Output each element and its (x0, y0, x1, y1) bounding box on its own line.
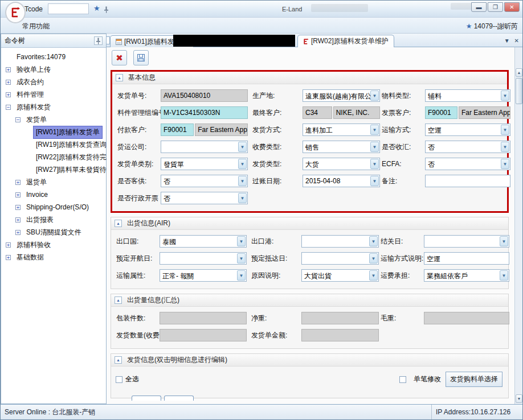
tree-item-label[interactable]: 出货报表 (23, 213, 56, 227)
select-all-checkbox[interactable] (116, 376, 122, 383)
dropdown-chevron-icon[interactable]: ▼ (237, 236, 246, 246)
field-box[interactable]: F90001 (425, 106, 457, 119)
field-box[interactable]: 業務組依客戶▼ (424, 269, 509, 282)
field-box[interactable]: 進料加工▼ (303, 123, 380, 136)
tree-item-label[interactable]: 成衣合约 (14, 76, 47, 89)
tree-item-label[interactable]: Invoice (23, 189, 51, 200)
tab-close-icon[interactable]: ✕ (514, 38, 519, 44)
dropdown-chevron-icon[interactable]: ▼ (370, 142, 379, 152)
tree-item[interactable]: +SBU清關提貨文件 (1, 226, 106, 238)
expand-plus-icon[interactable]: + (15, 230, 21, 235)
dropdown-chevron-icon[interactable]: ▼ (369, 253, 378, 263)
pin-icon[interactable] (104, 5, 109, 15)
field-box[interactable]: 2015-04-08▼ (303, 175, 380, 187)
field-box[interactable]: 大货▼ (303, 158, 380, 170)
pick-purchase-order-button[interactable]: 发货购料单选择 (446, 372, 502, 387)
tree-item-label[interactable]: [RW19]原辅料发货查询 (33, 138, 109, 151)
scroll-down-icon[interactable]: ▼ (516, 394, 522, 403)
dropdown-chevron-icon[interactable]: ▼ (370, 159, 379, 169)
tree-item-label[interactable]: Shipping-Order(S/O) (23, 201, 92, 213)
tree-item-label[interactable]: 原辅料发货 (14, 101, 54, 114)
field-box[interactable]: 销售▼ (303, 141, 380, 153)
field-box[interactable]: 否▼ (161, 175, 248, 187)
dropdown-chevron-icon[interactable]: ▼ (370, 125, 379, 135)
expand-plus-icon[interactable]: + (6, 80, 11, 85)
tree-item[interactable]: −原辅料发货 (1, 101, 106, 113)
dropdown-chevron-icon[interactable]: ▼ (370, 90, 379, 101)
field-box[interactable]: ▼ (160, 252, 247, 265)
collapse-icon[interactable]: ▲ (115, 220, 122, 227)
tree-item[interactable]: [RW22]原辅料发货待完结 (1, 151, 106, 163)
tree-item[interactable]: Favorites:14079 (1, 51, 106, 63)
tcode-input[interactable] (48, 3, 89, 14)
collapse-icon[interactable]: ▲ (115, 297, 122, 304)
dropdown-chevron-icon[interactable]: ▼ (237, 253, 246, 263)
expand-plus-icon[interactable]: + (15, 180, 21, 185)
expand-plus-icon[interactable]: + (6, 242, 11, 248)
close-button[interactable]: ✕ (504, 2, 520, 12)
dropdown-chevron-icon[interactable]: ▼ (501, 125, 509, 135)
tab-menu-chevron-icon[interactable]: ▼ (504, 38, 510, 44)
field-box[interactable]: 發貨單▼ (161, 158, 248, 170)
expand-plus-icon[interactable]: + (6, 92, 11, 97)
field-box[interactable]: 大貨出貨▼ (301, 269, 379, 282)
tree-item[interactable]: [RW19]原辅料发货查询 (1, 138, 106, 151)
collapse-icon[interactable]: ▲ (115, 356, 122, 364)
tree-item[interactable]: +Invoice (1, 188, 106, 201)
tree-item-label[interactable]: Favorites:14079 (14, 51, 68, 63)
tree-item[interactable]: +出货报表 (1, 213, 106, 226)
field-box[interactable]: 否▼ (425, 158, 510, 170)
vertical-scrollbar[interactable]: ▲ ▼ (514, 47, 522, 404)
tree-item[interactable]: +基础数据 (1, 251, 106, 263)
tree-item-label[interactable]: [RW22]原辅料发货待完结 (33, 151, 116, 164)
dropdown-chevron-icon[interactable]: ▼ (238, 193, 247, 203)
field-box[interactable]: ▼ (301, 252, 379, 265)
autohide-pin-icon[interactable] (94, 36, 103, 45)
field-box[interactable]: ▼ (161, 141, 248, 153)
tree-item[interactable]: +Shipping-Order(S/O) (1, 201, 106, 213)
dropdown-chevron-icon[interactable]: ▼ (237, 270, 246, 281)
tree-item[interactable]: +成衣合约 (1, 76, 106, 88)
single-edit-checkbox[interactable] (399, 376, 406, 383)
field-box[interactable]: M-V1C34150303N (161, 106, 248, 119)
field-box[interactable]: 辅料▼ (425, 89, 510, 102)
expand-plus-icon[interactable]: + (6, 255, 11, 260)
document-tab[interactable]: [RW02]原辅料发货单维护 (297, 35, 394, 47)
dropdown-chevron-icon[interactable]: ▼ (238, 176, 247, 186)
save-button[interactable] (133, 50, 149, 65)
tree-item[interactable]: +退货单 (1, 176, 106, 188)
dropdown-chevron-icon[interactable]: ▼ (501, 159, 509, 169)
field-box[interactable]: 正常- 報關▼ (160, 269, 247, 282)
dropdown-chevron-icon[interactable]: ▼ (500, 236, 508, 246)
expand-plus-icon[interactable]: + (6, 67, 11, 72)
dropdown-chevron-icon[interactable]: ▼ (238, 142, 247, 152)
field-box[interactable] (425, 175, 510, 187)
maximize-button[interactable]: ❐ (488, 2, 503, 12)
dropdown-chevron-icon[interactable]: ▼ (501, 90, 509, 101)
tree-item[interactable]: +料件管理 (1, 88, 106, 101)
tree-item-label[interactable]: 原辅料验收 (14, 238, 54, 252)
tree-item[interactable]: [RW27]購料單未發貨待完结 (1, 163, 106, 176)
tree-item[interactable]: +原辅料验收 (1, 238, 106, 251)
dropdown-chevron-icon[interactable]: ▼ (501, 142, 509, 152)
tree-item[interactable]: [RW01]原辅料发货单 (1, 126, 106, 138)
field-box[interactable]: 遠東服裝(越南)有限公司▼ (303, 89, 380, 102)
tree-item[interactable]: +验收单上传 (1, 63, 106, 76)
dropdown-chevron-icon[interactable]: ▼ (369, 236, 378, 246)
favorite-star-icon[interactable]: ★ (93, 4, 100, 13)
tree-item-label[interactable]: 退货单 (23, 176, 50, 189)
detail-tab-stub[interactable] (132, 396, 161, 401)
tree-item[interactable]: −发货单 (1, 113, 106, 126)
tree-item-label[interactable]: [RW01]原辅料发货单 (33, 126, 103, 139)
tree-item-label[interactable]: 发货单 (23, 113, 50, 126)
field-box[interactable]: ▼ (424, 235, 509, 248)
scroll-up-icon[interactable]: ▲ (516, 68, 522, 77)
field-box[interactable]: F90001 (161, 123, 194, 136)
field-box[interactable]: ▼ (301, 235, 379, 248)
minimize-button[interactable]: ▬ (471, 2, 487, 12)
tree-item-label[interactable]: 验收单上传 (14, 63, 54, 76)
field-box[interactable]: 空運▼ (425, 123, 510, 136)
expand-plus-icon[interactable]: + (15, 205, 21, 210)
scrollbar-thumb[interactable] (516, 78, 522, 104)
expand-plus-icon[interactable]: + (15, 217, 21, 223)
